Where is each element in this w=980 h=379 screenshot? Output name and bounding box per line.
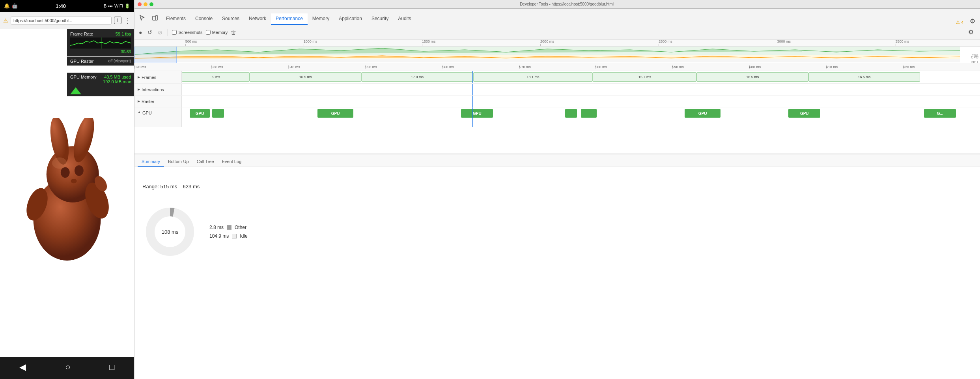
browser-bar: ⚠ https://localhost:5000/goodbl... 1 ⋮ (0, 12, 134, 29)
frame-block-6: 16.5 ms (808, 72, 920, 82)
gpu-block-7: GPU (788, 109, 820, 118)
svg-marker-12 (70, 87, 81, 94)
tab-summary[interactable]: Summary (138, 157, 164, 167)
gpu-triangle[interactable]: ▼ (137, 111, 141, 114)
warning-badge[interactable]: ⚠ 4 (953, 20, 967, 25)
detail-tick-560: 560 ms (442, 65, 454, 69)
gpu-raster-status: off (viewport) (108, 59, 131, 64)
detail-tick-610: 610 ms (826, 65, 838, 69)
gpu-block-0: GPU (190, 109, 210, 118)
gpu-row: ▼ GPU GPU GPU GPU GPU GPU G... (134, 107, 980, 127)
devtools-titlebar: Developer Tools - https://localhost:5000… (134, 0, 980, 9)
tab-performance[interactable]: Performance (271, 13, 308, 25)
maximize-button[interactable] (149, 2, 153, 6)
detail-tick-570: 570 ms (519, 65, 531, 69)
legend-idle: 104.9 ms Idle (209, 233, 248, 239)
tab-console[interactable]: Console (190, 13, 217, 25)
tick-1500: 1500 ms (422, 39, 436, 46)
frames-triangle[interactable]: ▶ (138, 75, 140, 79)
wifi-icon: WiFi (114, 4, 123, 8)
frame-rate-overlay: Frame Rate 59.1 fps 30-63 (67, 29, 134, 56)
close-button[interactable] (138, 2, 142, 6)
svg-rect-14 (156, 15, 157, 20)
frame-block-1: 16.5 ms (250, 72, 361, 82)
cursor-line-interactions (472, 84, 473, 95)
other-swatch (227, 225, 231, 230)
traffic-lights (138, 2, 153, 6)
frame-rate-fps: 59.1 fps (116, 32, 131, 36)
tab-elements[interactable]: Elements (161, 13, 190, 25)
detail-ruler: 520 ms 530 ms 540 ms 550 ms 560 ms 570 m… (134, 63, 980, 71)
gpu-content: GPU GPU GPU GPU GPU G... (182, 107, 980, 127)
url-display[interactable]: https://localhost:5000/goodbl... (11, 17, 112, 24)
fps-graph (70, 38, 131, 49)
status-left-icons: 🔔 🤖 (4, 3, 18, 9)
gpu-memory-title: GPU Memory (70, 75, 97, 79)
raster-title: Raster (142, 99, 154, 104)
interactions-triangle[interactable]: ▶ (138, 88, 140, 91)
bluetooth-icon: B (104, 4, 106, 8)
home-button[interactable]: ○ (65, 362, 70, 372)
frames-label: ▶ Frames (134, 71, 182, 83)
recent-button[interactable]: □ (109, 362, 114, 372)
tick-500: 500 ms (185, 39, 197, 46)
tab-memory[interactable]: Memory (308, 13, 334, 25)
gpu-memory-max: 192.0 MB max (103, 79, 131, 84)
cursor-tool-button[interactable] (136, 11, 149, 24)
interactions-content (182, 84, 980, 95)
browser-menu-icon[interactable]: ⋮ (124, 16, 131, 25)
screenshots-label[interactable]: Screenshots (178, 30, 202, 35)
tab-count-icon[interactable]: 1 (114, 17, 121, 24)
gpu-memory-used: 40.5 MB used (103, 75, 131, 79)
net-overview-strip (134, 59, 960, 62)
timeline-detail[interactable]: 520 ms 530 ms 540 ms 550 ms 560 ms 570 m… (134, 63, 980, 154)
raster-triangle[interactable]: ▶ (138, 99, 140, 103)
security-warning-icon: ⚠ (3, 17, 8, 24)
cpu-label: CPU (971, 55, 978, 59)
screenshots-checkbox[interactable] (172, 30, 177, 35)
gpu-block-3: GPU (461, 109, 493, 118)
tab-audits[interactable]: Audits (393, 13, 416, 25)
detail-tick-590: 590 ms (672, 65, 684, 69)
toolbar-separator (168, 29, 168, 36)
tab-event-log[interactable]: Event Log (218, 157, 246, 167)
fps-overview-strip (134, 47, 960, 55)
gpu-block-4 (565, 109, 577, 118)
tab-sources[interactable]: Sources (217, 13, 244, 25)
performance-settings-button[interactable]: ⚙ (965, 28, 977, 36)
tab-bottom-up[interactable]: Bottom-Up (164, 157, 193, 167)
minimize-button[interactable] (144, 2, 147, 6)
timeline-overview[interactable]: 500 ms 1000 ms 1500 ms 2000 ms 2500 ms 3… (134, 39, 980, 63)
warning-count: 4 (961, 20, 963, 25)
reload-record-button[interactable]: ↺ (146, 28, 153, 37)
cpu-overview-strip (134, 55, 960, 59)
bunny-image (16, 118, 118, 268)
tab-network[interactable]: Network (244, 13, 271, 25)
device-toggle-button[interactable] (149, 11, 161, 24)
back-button[interactable]: ◀ (19, 362, 26, 372)
frame-block-5: 16.5 ms (696, 72, 808, 82)
timeline-selection (134, 47, 177, 63)
tab-application[interactable]: Application (334, 13, 367, 25)
timeline-ruler: 500 ms 1000 ms 1500 ms 2000 ms 2500 ms 3… (134, 39, 980, 47)
battery-icon: 🔋 (125, 4, 130, 9)
tab-security[interactable]: Security (367, 13, 393, 25)
memory-label[interactable]: Memory (212, 30, 228, 35)
donut-center: 108 ms (162, 229, 179, 235)
warning-icon: ⚠ (956, 20, 960, 25)
devtools-settings-button[interactable]: ⚙ (967, 17, 978, 25)
gpu-raster-overlay: GPU Raster off (viewport) (67, 57, 134, 66)
detail-tick-580: 580 ms (595, 65, 607, 69)
clear-button[interactable]: 🗑 (231, 29, 236, 36)
gpu-title: GPU (142, 111, 152, 115)
gpu-raster-title: GPU Raster (70, 59, 93, 64)
frames-row: ▶ Frames .9 ms 16.5 ms 17.0 ms 18.1 ms 1… (134, 71, 980, 84)
record-button[interactable]: ● (138, 28, 143, 37)
signal-icon: ▪▪▪ (108, 4, 113, 8)
stop-button[interactable]: ⊘ (157, 28, 164, 37)
memory-checkbox[interactable] (206, 30, 211, 35)
status-bar: 🔔 🤖 1:40 B ▪▪▪ WiFi 🔋 (0, 0, 134, 12)
android-icon: 🤖 (12, 3, 18, 9)
legend-idle-value: 104.9 ms (209, 233, 229, 239)
tab-call-tree[interactable]: Call Tree (193, 157, 218, 167)
